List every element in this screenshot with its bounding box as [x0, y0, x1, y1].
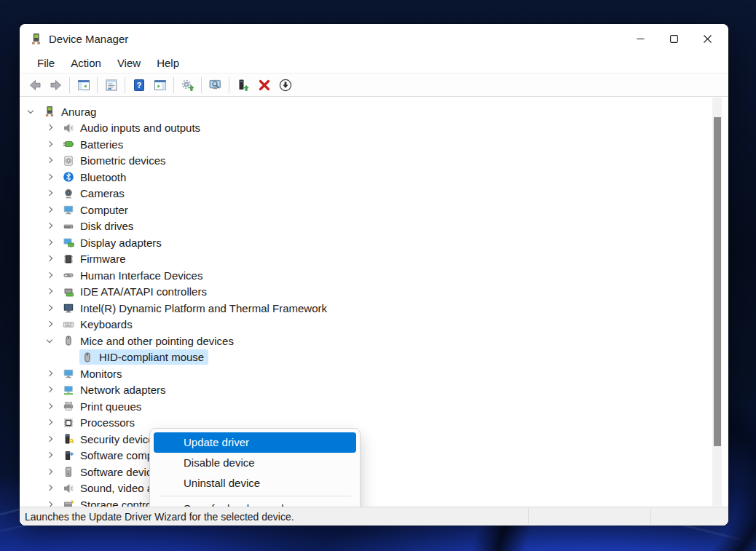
chevron-collapsed-icon[interactable]	[44, 418, 55, 428]
tree-item[interactable]: Software devices	[20, 464, 728, 480]
chevron-collapsed-icon[interactable]	[44, 123, 55, 133]
vertical-scrollbar[interactable]	[712, 98, 722, 506]
toolbar-button-update-driver[interactable]	[232, 76, 253, 95]
tree-item-body[interactable]: Computer	[60, 202, 133, 218]
tree-item[interactable]: Bluetooth	[20, 169, 728, 186]
tree-item[interactable]: Computer	[20, 202, 728, 218]
toolbar-button-properties[interactable]	[101, 76, 122, 95]
tree-item-body[interactable]: Audio inputs and outputs	[60, 120, 205, 135]
menu-help[interactable]: Help	[149, 55, 187, 71]
tree-item-body[interactable]: Display adapters	[60, 235, 166, 250]
context-menu-item-uninstall-device[interactable]: Uninstall device	[154, 473, 356, 493]
tree-item[interactable]: HID-compliant mouse	[20, 349, 728, 366]
device-tree[interactable]: AnuragAudio inputs and outputsBatteriesB…	[20, 97, 728, 507]
chevron-collapsed-icon[interactable]	[44, 205, 55, 215]
tree-item[interactable]: Monitors	[20, 365, 728, 382]
tree-item[interactable]: Print queues	[20, 398, 728, 415]
tree-item[interactable]: Batteries	[20, 136, 728, 153]
tree-item-body[interactable]: Biometric devices	[60, 153, 170, 168]
chevron-collapsed-icon[interactable]	[44, 499, 55, 507]
tree-item[interactable]: Security devices	[20, 431, 728, 448]
chevron-collapsed-icon[interactable]	[44, 172, 55, 182]
tree-item-body[interactable]: Processors	[60, 415, 139, 430]
tree-item-body[interactable]: Intel(R) Dynamic Platform and Thermal Fr…	[60, 301, 331, 316]
toolbar-button-help[interactable]	[128, 76, 149, 95]
toolbar-button-disable-device[interactable]	[275, 76, 296, 95]
tree-item-body[interactable]: Firmware	[60, 251, 130, 266]
tree-item-body[interactable]: Print queues	[60, 399, 146, 414]
tree-item[interactable]: Display adapters	[20, 234, 728, 251]
tree-item[interactable]: Firmware	[20, 251, 728, 268]
chevron-collapsed-icon[interactable]	[44, 254, 55, 264]
tree-item[interactable]: Software components	[20, 448, 728, 464]
close-button[interactable]	[690, 24, 724, 53]
tree-item-body[interactable]: Bluetooth	[60, 170, 130, 185]
title-bar[interactable]: Device Manager	[20, 24, 728, 53]
tree-item[interactable]: Keyboards	[20, 317, 728, 333]
tree-item-selected[interactable]: HID-compliant mouse	[79, 349, 208, 365]
chevron-collapsed-icon[interactable]	[44, 451, 55, 461]
tree-item-body[interactable]: IDE ATA/ATAPI controllers	[60, 284, 211, 299]
chevron-collapsed-icon[interactable]	[44, 189, 55, 199]
chevron-collapsed-icon[interactable]	[44, 221, 55, 231]
tree-item[interactable]: Processors	[20, 415, 728, 432]
tree-item[interactable]: Network adapters	[20, 382, 728, 399]
chevron-collapsed-icon[interactable]	[44, 483, 55, 493]
chevron-collapsed-icon[interactable]	[44, 287, 55, 297]
tree-item[interactable]: Audio inputs and outputs	[20, 120, 728, 137]
minimize-button[interactable]	[623, 24, 657, 53]
tree-item-label: Network adapters	[80, 384, 166, 396]
chevron-collapsed-icon[interactable]	[44, 434, 55, 444]
tree-item[interactable]: Biometric devices	[20, 153, 728, 170]
tree-item[interactable]: Intel(R) Dynamic Platform and Thermal Fr…	[20, 300, 728, 317]
tree-item-body[interactable]: Monitors	[60, 366, 127, 381]
chevron-collapsed-icon[interactable]	[44, 320, 55, 330]
chevron-expanded-icon[interactable]	[44, 336, 55, 346]
chevron-collapsed-icon[interactable]	[44, 401, 55, 411]
toolbar-button-update-driver-software[interactable]	[177, 76, 198, 95]
tree-item-body[interactable]: Disk drives	[60, 218, 138, 234]
tree-item[interactable]: Human Interface Devices	[20, 267, 728, 284]
tree-item[interactable]: Anurag	[20, 103, 728, 120]
tree-rows: AnuragAudio inputs and outputsBatteriesB…	[20, 97, 728, 507]
tree-item-body[interactable]: Security devices	[60, 432, 164, 447]
toolbar-button-back-arrow[interactable]	[24, 76, 45, 95]
tree-item-body[interactable]: Cameras	[60, 186, 129, 201]
context-menu-item-disable-device[interactable]: Disable device	[154, 453, 356, 473]
tree-item[interactable]: Sound, video and game controllers	[20, 480, 728, 497]
menu-action[interactable]: Action	[63, 55, 109, 71]
chevron-collapsed-icon[interactable]	[44, 303, 55, 313]
tree-item[interactable]: IDE ATA/ATAPI controllers	[20, 284, 728, 301]
tree-item[interactable]: Cameras	[20, 186, 728, 202]
chevron-collapsed-icon[interactable]	[44, 270, 55, 280]
context-menu-item-update-driver[interactable]: Update driver	[154, 432, 356, 453]
tree-item-body[interactable]: Batteries	[60, 137, 127, 152]
tree-item[interactable]: Mice and other pointing devices	[20, 333, 728, 349]
chevron-collapsed-icon[interactable]	[44, 368, 55, 378]
chevron-collapsed-icon[interactable]	[44, 156, 55, 166]
maximize-button[interactable]	[657, 24, 690, 53]
chevron-collapsed-icon[interactable]	[44, 237, 55, 247]
tree-item-body[interactable]: Human Interface Devices	[60, 268, 207, 283]
menu-file[interactable]: File	[29, 55, 63, 71]
tree-item-body[interactable]: Network adapters	[60, 382, 170, 397]
chevron-collapsed-icon[interactable]	[44, 385, 55, 395]
menu-view[interactable]: View	[109, 55, 149, 71]
tree-item-label: Mice and other pointing devices	[80, 335, 234, 347]
tree-item[interactable]: Storage controllers	[20, 496, 728, 507]
tree-item-body[interactable]: Anurag	[42, 104, 101, 119]
tree-item-body[interactable]: Mice and other pointing devices	[60, 333, 238, 349]
chevron-collapsed-icon[interactable]	[44, 139, 55, 149]
scrollbar-thumb[interactable]	[714, 117, 721, 446]
toolbar-button-uninstall-device[interactable]	[253, 76, 275, 95]
chevron-expanded-icon[interactable]	[25, 106, 36, 116]
tree-item-body[interactable]: Keyboards	[60, 317, 137, 332]
toolbar-button-forward-arrow[interactable]	[45, 76, 66, 95]
tree-item[interactable]: Disk drives	[20, 218, 728, 235]
context-menu-item-scan-for-hardware-changes[interactable]: Scan for hardware changes	[154, 499, 356, 507]
chevron-collapsed-icon[interactable]	[44, 467, 55, 477]
toolbar-button-action-pane[interactable]	[149, 76, 170, 95]
toolbar-button-show-console-tree[interactable]	[73, 76, 94, 95]
toolbar-separator	[173, 77, 174, 93]
toolbar-button-scan-hardware-changes[interactable]	[205, 76, 226, 95]
